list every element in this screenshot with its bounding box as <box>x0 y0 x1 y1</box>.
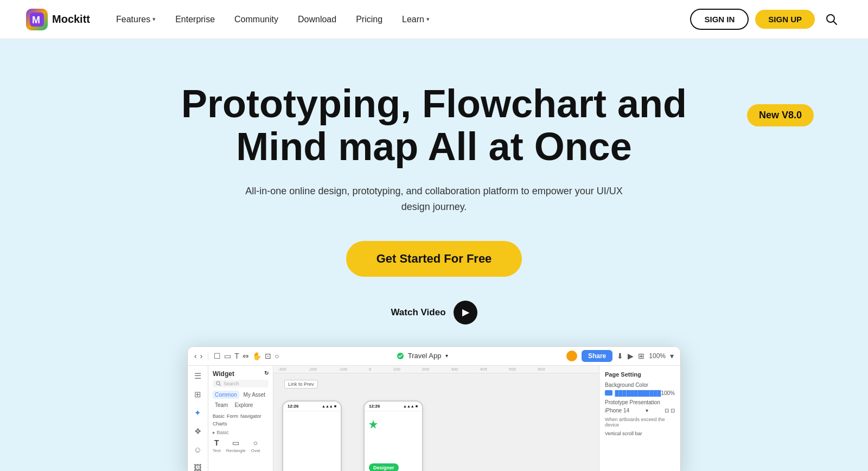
watch-video-label: Watch Video <box>391 307 445 318</box>
image-icon: 🖼 <box>194 463 202 471</box>
chevron-icon: ▾ <box>646 408 648 413</box>
tab-team[interactable]: Team <box>213 401 230 409</box>
navbar: M Mockitt Features ▾ Enterprise Communit… <box>0 0 868 39</box>
device-label: iPhone 14 <box>605 408 629 413</box>
nav-item-download[interactable]: Download <box>289 10 345 29</box>
zoom-level: 100% <box>649 352 666 360</box>
page-setting-title: Page Setting <box>605 371 675 378</box>
search-bar: Search <box>213 380 269 387</box>
svg-text:M: M <box>32 15 40 26</box>
svg-point-5 <box>216 381 220 385</box>
resize-icons: ⊡ ⊡ <box>665 408 675 413</box>
nav-actions: SIGN IN SIGN UP <box>690 9 842 30</box>
bg-color-label: Background Color <box>605 382 675 388</box>
component-icon: ❖ <box>194 427 201 436</box>
nav-item-community[interactable]: Community <box>226 10 287 29</box>
signup-button[interactable]: SIGN UP <box>755 10 815 29</box>
toolbar-center: Travel App ▾ <box>397 352 449 360</box>
widget-text[interactable]: T Text <box>213 438 221 453</box>
widget-group-label: ▸ Basic <box>213 430 269 435</box>
color-swatch[interactable] <box>605 390 612 396</box>
nav-item-enterprise[interactable]: Enterprise <box>167 10 224 29</box>
nav-links: Features ▾ Enterprise Community Download… <box>107 10 690 29</box>
layers-icon: ☰ <box>194 371 201 381</box>
frame-icon: ⊡ <box>265 352 271 360</box>
text-icon: T <box>234 352 239 360</box>
subtab-charts[interactable]: Charts <box>213 421 227 427</box>
svg-line-6 <box>220 384 221 386</box>
widget-panel-header: Widget ↻ <box>213 370 269 378</box>
widget-subtabs: Basic Form Navigator Charts <box>213 413 269 427</box>
search-placeholder: Search <box>224 381 239 386</box>
subtab-form[interactable]: Form <box>227 413 238 419</box>
hero-section: New V8.0 Prototyping, Flowchart and Mind… <box>0 39 868 471</box>
tab-my-asset[interactable]: My Asset <box>241 391 268 399</box>
status-icons: ▲▲▲ ■ <box>322 404 336 408</box>
widget-items: T Text ▭ Rectangle ○ Oval <box>213 438 269 453</box>
dropdown-icon: ▾ <box>445 353 448 359</box>
phone-status-1: 12:26 ▲▲▲ ■ <box>283 402 341 411</box>
chevron-down-icon: ▾ <box>152 16 156 23</box>
nav-features-label: Features <box>116 15 150 24</box>
logo-link[interactable]: M Mockitt <box>26 9 90 30</box>
share-button[interactable]: Share <box>582 350 612 362</box>
right-panel: Page Setting Background Color ██████████… <box>599 366 680 471</box>
nav-item-pricing[interactable]: Pricing <box>347 10 391 29</box>
phone-body-2: Designer <box>365 411 422 471</box>
refresh-icon: ↻ <box>264 370 269 378</box>
nav-community-label: Community <box>234 15 278 24</box>
nav-enterprise-label: Enterprise <box>175 15 215 24</box>
page-icon: ☐ <box>214 352 221 360</box>
logo-icon: M <box>26 9 48 30</box>
designer-badge: Designer <box>369 463 399 471</box>
widget-oval[interactable]: ○ Oval <box>251 438 260 453</box>
widget-rectangle[interactable]: ▭ Rectangle <box>226 438 246 453</box>
grid-icon: ⊞ <box>638 352 644 360</box>
phone-frame-2: 12:26 ▲▲▲ ■ Designer <box>363 400 423 471</box>
cta-button[interactable]: Get Started For Free <box>346 241 522 277</box>
rectangle-icon: ▭ <box>224 352 231 360</box>
canvas-area: -300 -200 -100 0 100 200 300 405 500 600… <box>273 366 599 471</box>
widget-panel: Widget ↻ Search Common My Asset Team Exp… <box>208 366 273 471</box>
check-circle-icon <box>397 353 404 359</box>
search-button[interactable] <box>821 9 842 30</box>
canvas-phones: 12:26 ▲▲▲ ■ 12:26 ▲▲▲ <box>273 392 599 471</box>
project-name: Travel App <box>408 352 442 360</box>
user-avatar <box>566 351 577 361</box>
bg-color-row: ████████████ 100% <box>605 390 675 396</box>
pin-icon <box>369 420 378 429</box>
nav-item-features[interactable]: Features ▾ <box>107 10 164 29</box>
move-icon: ⇔ <box>242 352 249 360</box>
phone-frame-1: 12:26 ▲▲▲ ■ <box>282 400 342 471</box>
play-preview-icon: ▶ <box>628 352 634 360</box>
emoji-icon: ☺ <box>194 445 202 454</box>
widget-tabs: Common My Asset Team Explore <box>213 391 269 409</box>
ruler-numbers: -300 -200 -100 0 100 200 300 405 500 600 <box>273 366 599 373</box>
tab-common[interactable]: Common <box>213 391 239 399</box>
search-icon <box>216 381 221 386</box>
device-row: iPhone 14 ▾ ⊡ ⊡ <box>605 408 675 413</box>
circle-icon: ○ <box>275 352 279 360</box>
canvas-content: Link to Prev <box>273 373 599 392</box>
scroll-bar-label: Vertical scroll bar <box>605 431 675 436</box>
sidebar-icons: ☰ ⊞ ✦ ❖ ☺ 🖼 <box>188 366 208 471</box>
hand-icon: ✋ <box>252 352 261 360</box>
app-mockup: ‹ › ☐ ▭ T ⇔ ✋ ⊡ ○ Travel App ▾ Share ⬇ ▶ <box>187 346 681 471</box>
toolbar-right: Share ⬇ ▶ ⊞ 100% ▾ <box>566 350 674 362</box>
search-icon <box>826 14 838 26</box>
hero-headline: Prototyping, Flowchart and Mind map All … <box>181 82 687 168</box>
nav-download-label: Download <box>298 15 336 24</box>
play-icon: ▶ <box>454 301 477 324</box>
nav-pricing-label: Pricing <box>356 15 382 24</box>
opacity-value: 100% <box>661 390 675 396</box>
prototype-label: Prototype Presentation <box>605 399 675 405</box>
signin-button[interactable]: SIGN IN <box>690 9 749 30</box>
svg-marker-7 <box>369 420 378 429</box>
nav-item-learn[interactable]: Learn ▾ <box>393 10 438 29</box>
tab-explore[interactable]: Explore <box>232 401 255 409</box>
mockup-body: ☰ ⊞ ✦ ❖ ☺ 🖼 Widget ↻ Search Common <box>188 366 680 471</box>
cursor-icon: ✦ <box>194 408 201 418</box>
subtab-basic[interactable]: Basic <box>213 413 225 419</box>
watch-video-link[interactable]: Watch Video ▶ <box>391 301 477 324</box>
subtab-navigator[interactable]: Navigator <box>240 413 261 419</box>
